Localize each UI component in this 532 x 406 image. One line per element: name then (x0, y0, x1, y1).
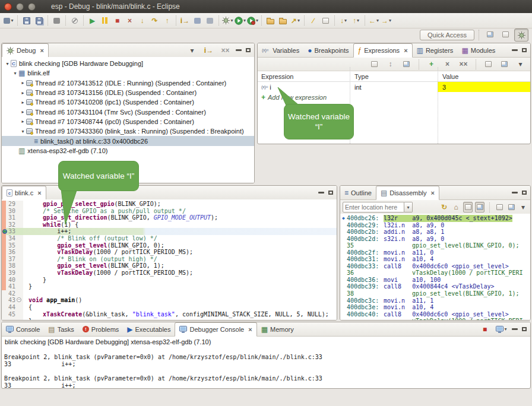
fold-collapse-icon[interactable]: − (17, 297, 21, 302)
editor-gutter[interactable]: ▶33 (2, 228, 23, 235)
debug-tree-row[interactable]: ≡blink_task() at blink.c:33 0x400dbc26 (2, 136, 254, 145)
previous-annotation-button[interactable]: ↑▾ (350, 15, 362, 27)
home-button[interactable]: ⌂ (451, 202, 461, 212)
run-dropdown-button[interactable]: ▾ (235, 15, 246, 27)
editor-gutter[interactable]: 32 (2, 221, 23, 229)
twisty-icon[interactable]: ▸ (20, 119, 26, 124)
maximize-icon[interactable] (246, 48, 251, 52)
run-dropdown-button-dropdown-icon[interactable]: ▾ (243, 18, 246, 23)
editor-gutter[interactable]: 30 (2, 208, 23, 215)
back-button-dropdown-icon[interactable]: ▾ (376, 18, 379, 23)
show-logical-structures-button[interactable]: ↕ (385, 58, 396, 70)
close-icon[interactable]: × (404, 47, 407, 54)
pin-view-button[interactable] (506, 202, 516, 212)
tab-expr-registers[interactable]: ▥Registers (413, 43, 458, 57)
editor-gutter[interactable]: 40 (2, 277, 23, 284)
twisty-icon[interactable]: ▾ (12, 71, 18, 76)
forward-button-dropdown-icon[interactable]: ▾ (389, 18, 391, 23)
location-dropdown-icon[interactable]: ▾ (404, 202, 413, 212)
save-all-button[interactable] (33, 15, 45, 27)
suspend-button[interactable] (99, 15, 110, 27)
twisty-icon[interactable]: ▾ (4, 61, 11, 66)
editor-gutter[interactable]: 44 (2, 304, 23, 311)
add-expression-row[interactable]: +Add new expression (258, 92, 530, 102)
tab-debug-debug[interactable]: Debug× (2, 43, 49, 58)
show-source-toggle[interactable] (463, 202, 473, 212)
collapse-all-button[interactable] (401, 58, 412, 70)
pin-editor-button[interactable] (320, 15, 331, 27)
editor-gutter[interactable]: 36 (2, 249, 23, 256)
debug-perspective-button[interactable] (514, 28, 528, 42)
editor-gutter[interactable]: 39 (2, 269, 23, 277)
close-icon[interactable]: × (37, 189, 41, 196)
cpp-perspective-button[interactable] (499, 28, 512, 40)
minimize-icon[interactable] (512, 328, 518, 330)
display-selected-console-button[interactable]: ▾ (496, 323, 507, 335)
external-tools-button[interactable]: ▾ (247, 15, 258, 27)
maximize-icon[interactable] (522, 327, 527, 331)
show-type-names-button[interactable] (369, 58, 380, 70)
editor-gutter[interactable]: 45 (2, 311, 23, 318)
debug-dropdown-button-dropdown-icon[interactable]: ▾ (230, 18, 233, 23)
back-button[interactable]: ←▾ (368, 15, 379, 27)
minimize-icon[interactable] (512, 49, 518, 51)
expression-row[interactable]: (x)=iint3 (258, 82, 530, 92)
forward-button[interactable]: →▾ (381, 15, 392, 27)
flash-button[interactable]: ↗▾ (290, 15, 301, 27)
window-maximize-button[interactable] (28, 3, 36, 11)
pin-view-button[interactable] (499, 58, 510, 70)
refresh-button[interactable]: ↻ (439, 202, 449, 212)
editor-gutter[interactable]: 29 (2, 201, 23, 208)
tab-console-memory[interactable]: ▦Memory (257, 322, 298, 336)
debug-tree-row[interactable]: ▾Cblink checking [GDB Hardware Debugging… (2, 59, 254, 68)
editor-gutter[interactable]: 35 (2, 242, 23, 249)
column-header-value[interactable]: Value (438, 73, 530, 80)
twisty-icon[interactable]: ▾ (20, 129, 26, 134)
tab-expr-variables[interactable]: (x)=Variables (258, 43, 303, 57)
close-icon[interactable]: × (40, 47, 43, 54)
tab-console-executables[interactable]: ▶Executables (123, 322, 175, 336)
debug-tree-row[interactable]: ▸Thread #6 1073431104 (Tmr Svc) (Suspend… (2, 107, 254, 116)
view-menu-button[interactable]: ▾ (515, 58, 526, 70)
open-element-button[interactable] (265, 15, 276, 27)
save-button[interactable] (21, 15, 32, 27)
debug-dropdown-button[interactable]: ▾ (222, 15, 233, 27)
close-icon[interactable]: × (248, 326, 252, 333)
view-menu-button[interactable]: ▾ (518, 202, 528, 212)
terminate-console-button[interactable]: ■ (479, 323, 490, 335)
show-debug-info-button[interactable] (192, 15, 203, 27)
twisty-icon[interactable]: ▸ (20, 109, 26, 115)
step-into-button[interactable]: ↓ (137, 15, 148, 27)
new-view-button[interactable] (495, 202, 504, 212)
new-view-button[interactable] (483, 58, 494, 70)
layout-button[interactable] (204, 15, 216, 27)
external-tools-button-dropdown-icon[interactable]: ▾ (256, 18, 258, 23)
disassembly-listing[interactable]: ◆400dbc26:l32r a9, 0x400d045c <_stext+10… (340, 214, 530, 320)
open-perspective-button[interactable] (483, 28, 496, 40)
tab-console-console[interactable]: Console (2, 322, 44, 336)
tab-expr-breakpoints[interactable]: ●Breakpoints (303, 43, 353, 57)
debug-tree-row[interactable]: ▸Thread #7 1073408744 (ipc0) (Suspended … (2, 117, 254, 126)
display-selected-console-button-dropdown-icon[interactable]: ▾ (504, 327, 506, 332)
sync-selection-toggle[interactable] (475, 202, 484, 212)
tab-expr-expressions[interactable]: ƒExpressions× (353, 43, 413, 58)
tab-expr-modules[interactable]: ▦Modules (457, 43, 499, 57)
twisty-icon[interactable]: ▸ (20, 90, 26, 96)
editor-gutter[interactable]: 38 (2, 262, 23, 269)
instruction-stepping-mode-button[interactable]: i→ (203, 45, 214, 56)
terminate-button[interactable]: ■ (112, 15, 123, 27)
next-annotation-button-dropdown-icon[interactable]: ▾ (344, 18, 347, 23)
flash-button-dropdown-icon[interactable]: ▾ (297, 18, 300, 23)
twisty-icon[interactable]: ▸ (20, 80, 26, 85)
location-input[interactable] (343, 202, 404, 212)
maximize-icon[interactable] (522, 48, 527, 52)
debug-tree-row[interactable]: ▸Thread #3 1073413156 (IDLE) (Suspended … (2, 88, 254, 97)
editor-gutter[interactable] (2, 318, 23, 320)
editor-gutter[interactable]: 31 (2, 214, 23, 221)
column-header-expression[interactable]: Expression (258, 73, 350, 80)
editor-gutter[interactable]: 37 (2, 256, 23, 263)
maximize-icon[interactable] (328, 191, 333, 195)
disconnect-button[interactable]: × (124, 15, 135, 27)
new-wizard-button[interactable]: ▾ (3, 15, 14, 27)
column-header-type[interactable]: Type (350, 73, 438, 80)
